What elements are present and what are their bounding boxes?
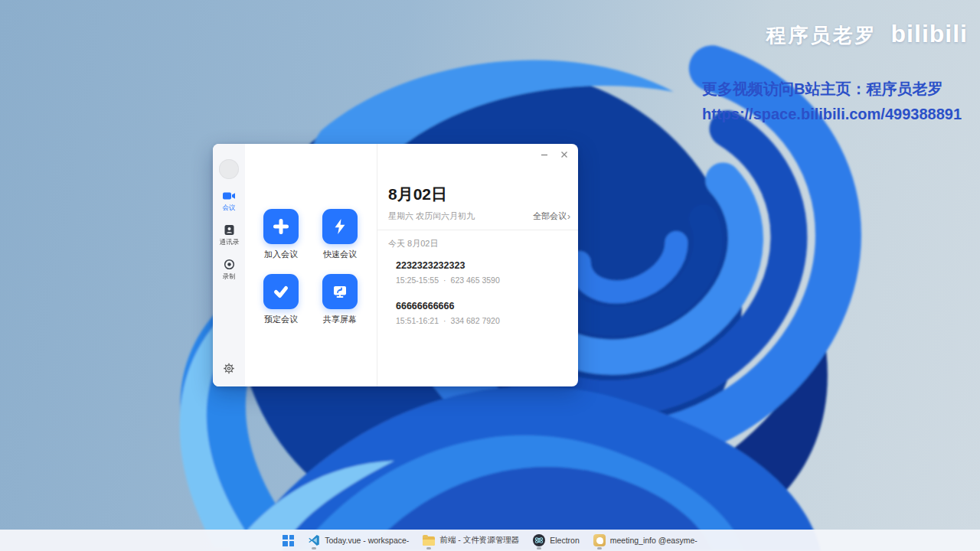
contacts-icon — [224, 224, 235, 236]
action-schedule-meeting[interactable]: 预定会议 — [263, 274, 299, 325]
taskbar-item-label: meeting_info @easyme- — [610, 536, 697, 545]
meeting-list: 2232323232323 15:25-15:55 · 623 465 3590… — [388, 260, 570, 325]
channel-branding: 程序员老罗 bilibili — [766, 20, 968, 49]
action-quick-meeting[interactable]: 快速会议 — [322, 209, 358, 260]
meeting-number: 334 682 7920 — [451, 316, 500, 325]
sidebar-item-label: 会议 — [222, 203, 235, 212]
dot-separator: · — [443, 276, 446, 285]
folder-icon — [423, 536, 435, 546]
promo-text: 更多视频访问B站主页：程序员老罗 https://space.bilibili.… — [702, 77, 962, 127]
action-label: 预定会议 — [264, 314, 298, 325]
meeting-time: 15:25-15:55 — [396, 276, 439, 285]
running-indicator — [597, 547, 602, 549]
sidebar-item-meeting[interactable]: 会议 — [222, 191, 236, 213]
gear-icon — [224, 363, 235, 374]
taskbar-item-label: Today.vue - workspace- — [325, 536, 409, 545]
date-title: 8月02日 — [388, 184, 570, 205]
window-controls — [537, 148, 572, 161]
check-icon — [273, 283, 289, 300]
sidebar-item-contacts[interactable]: 通讯录 — [219, 224, 240, 247]
today-label: 今天 8月02日 — [388, 238, 570, 249]
avatar[interactable] — [219, 159, 239, 179]
actions-panel: 加入会议 快速会议 预定会议 — [245, 144, 377, 386]
dot-separator: · — [443, 316, 446, 325]
action-join-meeting[interactable]: 加入会议 — [263, 209, 299, 260]
promo-line-1: 更多视频访问B站主页：程序员老罗 — [702, 77, 962, 102]
taskbar: Today.vue - workspace- 前端 - 文件资源管理器 Elec… — [0, 530, 980, 551]
video-camera-icon — [222, 191, 236, 201]
minimize-button[interactable] — [537, 148, 552, 161]
running-indicator — [537, 547, 541, 549]
action-label: 快速会议 — [323, 249, 357, 260]
windows-logo-icon — [283, 535, 294, 546]
all-meetings-button[interactable]: 全部会议 › — [533, 210, 570, 222]
promo-line-2: https://space.bilibili.com/499388891 — [702, 102, 962, 127]
settings-button[interactable] — [224, 363, 235, 377]
meeting-title: 66666666666 — [396, 301, 570, 311]
record-icon — [224, 259, 235, 270]
share-screen-icon — [332, 283, 348, 300]
taskbar-item-label: Electron — [550, 536, 580, 545]
lightning-icon — [332, 218, 348, 235]
meeting-window: 会议 通讯录 录制 — [213, 144, 578, 386]
meeting-item[interactable]: 66666666666 15:51-16:21 · 334 682 7920 — [388, 301, 570, 325]
date-subtitle: 星期六 农历闰六月初九 — [388, 210, 475, 222]
running-indicator — [312, 547, 316, 549]
action-label: 加入会议 — [264, 249, 298, 260]
desktop: 程序员老罗 bilibili 更多视频访问B站主页：程序员老罗 https://… — [0, 0, 980, 551]
channel-name: 程序员老罗 — [766, 22, 877, 49]
meeting-app-icon — [593, 534, 606, 546]
close-icon — [560, 151, 568, 158]
taskbar-item-explorer[interactable]: 前端 - 文件资源管理器 — [416, 530, 525, 551]
meeting-item[interactable]: 2232323232323 15:25-15:55 · 623 465 3590 — [388, 260, 570, 285]
meeting-title: 2232323232323 — [396, 260, 570, 271]
action-label: 共享屏幕 — [323, 314, 357, 325]
action-share-screen[interactable]: 共享屏幕 — [322, 274, 358, 325]
plus-icon — [273, 218, 289, 235]
sidebar-item-label: 录制 — [222, 272, 235, 281]
meeting-number: 623 465 3590 — [451, 276, 500, 285]
taskbar-item-label: 前端 - 文件资源管理器 — [439, 535, 519, 546]
electron-icon — [533, 534, 545, 546]
start-button[interactable] — [276, 530, 300, 551]
chevron-right-icon: › — [567, 211, 570, 222]
meeting-time: 15:51-16:21 — [396, 316, 439, 325]
vscode-icon — [308, 534, 320, 546]
close-button[interactable] — [557, 148, 572, 161]
divider — [377, 230, 578, 230]
minimize-icon — [541, 151, 548, 158]
taskbar-item-vscode[interactable]: Today.vue - workspace- — [302, 530, 415, 551]
schedule-panel: 8月02日 星期六 农历闰六月初九 全部会议 › 今天 8月02日 223232… — [377, 144, 578, 386]
action-grid: 加入会议 快速会议 预定会议 — [263, 209, 358, 325]
window-sidebar: 会议 通讯录 录制 — [213, 144, 245, 386]
taskbar-item-electron[interactable]: Electron — [527, 530, 586, 551]
sidebar-item-recording[interactable]: 录制 — [222, 259, 236, 282]
taskbar-item-meeting-info[interactable]: meeting_info @easyme- — [587, 530, 704, 551]
bilibili-logo: bilibili — [891, 20, 968, 48]
sidebar-item-label: 通讯录 — [219, 237, 239, 246]
running-indicator — [426, 547, 431, 549]
